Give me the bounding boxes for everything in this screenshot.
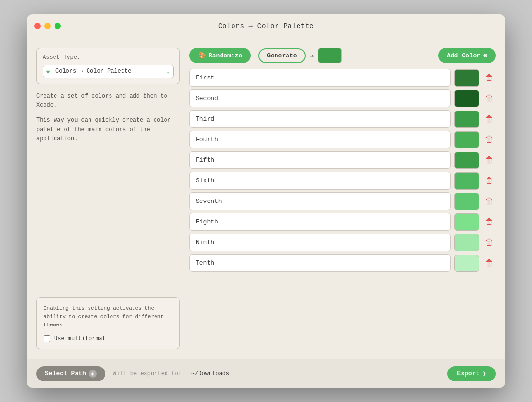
- color-row: 🗑: [189, 69, 496, 87]
- color-row: 🗑: [189, 151, 496, 169]
- add-color-button[interactable]: Add Color ⊕: [438, 48, 496, 63]
- minimize-button[interactable]: [44, 23, 51, 29]
- color-swatch-8[interactable]: [454, 234, 479, 251]
- color-name-input-6[interactable]: [189, 192, 451, 210]
- trash-icon: 🗑: [485, 114, 494, 124]
- delete-button-1[interactable]: 🗑: [483, 91, 496, 105]
- generate-label: Generate: [267, 52, 297, 59]
- main-window: Colors → Color Palette Asset Type: Color…: [27, 14, 505, 388]
- trash-icon: 🗑: [485, 258, 494, 268]
- color-name-input-8[interactable]: [189, 234, 451, 251]
- trash-icon: 🗑: [485, 176, 494, 186]
- color-name-input-9[interactable]: [189, 254, 451, 272]
- export-arrow-icon: ❯: [482, 370, 486, 378]
- color-row: 🗑: [189, 213, 496, 231]
- delete-button-8[interactable]: 🗑: [483, 235, 496, 249]
- close-button[interactable]: [34, 23, 41, 29]
- color-swatch-4[interactable]: [454, 152, 479, 169]
- delete-button-9[interactable]: 🗑: [483, 256, 496, 270]
- color-name-input-5[interactable]: [189, 172, 451, 190]
- generate-preview-color[interactable]: [318, 48, 342, 63]
- color-row: 🗑: [189, 254, 496, 272]
- color-swatch-2[interactable]: [454, 111, 479, 128]
- color-name-input-1[interactable]: [189, 89, 451, 107]
- description-para-2: This way you can quickly create a color …: [36, 116, 180, 144]
- color-swatch-3[interactable]: [454, 131, 479, 148]
- window-title: Colors → Color Palette: [218, 22, 314, 30]
- color-row: 🗑: [189, 234, 496, 251]
- color-name-input-4[interactable]: [189, 151, 451, 169]
- trash-icon: 🗑: [485, 93, 494, 103]
- color-row: 🗑: [189, 192, 496, 210]
- multiformat-checkbox[interactable]: [44, 335, 50, 342]
- randomize-button[interactable]: 🎨 Randomize: [189, 48, 251, 63]
- trash-icon: 🗑: [485, 217, 494, 227]
- color-row: 🗑: [189, 172, 496, 190]
- sidebar: Asset Type: Colors → Color Palette Creat…: [36, 48, 180, 349]
- color-swatch-7[interactable]: [454, 213, 479, 231]
- trash-icon: 🗑: [485, 134, 494, 145]
- generate-button[interactable]: Generate: [258, 48, 305, 63]
- color-swatch-9[interactable]: [454, 255, 479, 272]
- color-name-input-0[interactable]: [189, 69, 451, 87]
- delete-button-2[interactable]: 🗑: [483, 112, 496, 126]
- asset-type-label: Asset Type:: [43, 54, 174, 61]
- color-swatch-5[interactable]: [454, 172, 479, 190]
- trash-icon: 🗑: [485, 155, 494, 165]
- color-swatch-6[interactable]: [454, 193, 479, 210]
- color-list: 🗑🗑🗑🗑🗑🗑🗑🗑🗑🗑: [189, 69, 496, 272]
- multiformat-label[interactable]: Use multiformat: [54, 335, 106, 342]
- select-path-label: Select Path: [45, 370, 86, 377]
- add-color-label: Add Color: [447, 52, 480, 59]
- generate-group: Generate →: [258, 48, 342, 63]
- multiformat-row: Use multiformat: [44, 335, 173, 342]
- circle-icon: ◉: [89, 370, 97, 378]
- palette-icon: 🎨: [198, 52, 206, 59]
- export-path-value: ~/Downloads: [191, 370, 229, 377]
- delete-button-0[interactable]: 🗑: [483, 71, 496, 85]
- color-name-input-7[interactable]: [189, 213, 451, 231]
- description-para-1: Create a set of colors and add them to X…: [36, 92, 180, 110]
- delete-button-6[interactable]: 🗑: [483, 194, 496, 208]
- maximize-button[interactable]: [55, 23, 61, 29]
- content-area: Asset Type: Colors → Color Palette Creat…: [27, 38, 505, 359]
- export-path-label: Will be exported to:: [113, 370, 182, 377]
- delete-button-5[interactable]: 🗑: [483, 174, 496, 188]
- color-row: 🗑: [189, 110, 496, 128]
- color-name-input-3[interactable]: [189, 131, 451, 148]
- multiformat-description: Enabling this setting activates the abil…: [44, 304, 173, 330]
- main-area: 🎨 Randomize Generate → Add Color ⊕ 🗑🗑: [189, 48, 496, 349]
- delete-button-4[interactable]: 🗑: [483, 153, 496, 167]
- export-label: Export: [457, 370, 479, 377]
- arrow-right-icon: →: [310, 51, 314, 60]
- color-swatch-0[interactable]: [454, 69, 479, 87]
- asset-type-box: Asset Type: Colors → Color Palette: [36, 48, 180, 84]
- delete-button-3[interactable]: 🗑: [483, 133, 496, 146]
- asset-type-select[interactable]: Colors → Color Palette: [43, 65, 174, 78]
- description-text: Create a set of colors and add them to X…: [36, 92, 180, 144]
- asset-select-wrapper[interactable]: Colors → Color Palette: [43, 65, 174, 78]
- select-path-button[interactable]: Select Path ◉: [36, 366, 105, 381]
- randomize-label: Randomize: [209, 52, 242, 59]
- titlebar: Colors → Color Palette: [27, 14, 505, 38]
- multiformat-box: Enabling this setting activates the abil…: [36, 297, 180, 349]
- color-name-input-2[interactable]: [189, 110, 451, 128]
- trash-icon: 🗑: [485, 73, 494, 83]
- plus-icon: ⊕: [483, 52, 487, 59]
- bottom-bar: Select Path ◉ Will be exported to: ~/Dow…: [27, 359, 505, 388]
- traffic-lights: [34, 23, 61, 29]
- color-row: 🗑: [189, 131, 496, 148]
- color-swatch-1[interactable]: [454, 90, 479, 107]
- trash-icon: 🗑: [485, 237, 494, 247]
- trash-icon: 🗑: [485, 196, 494, 206]
- delete-button-7[interactable]: 🗑: [483, 215, 496, 229]
- color-row: 🗑: [189, 89, 496, 107]
- export-button[interactable]: Export ❯: [447, 366, 496, 381]
- toolbar: 🎨 Randomize Generate → Add Color ⊕: [189, 48, 496, 63]
